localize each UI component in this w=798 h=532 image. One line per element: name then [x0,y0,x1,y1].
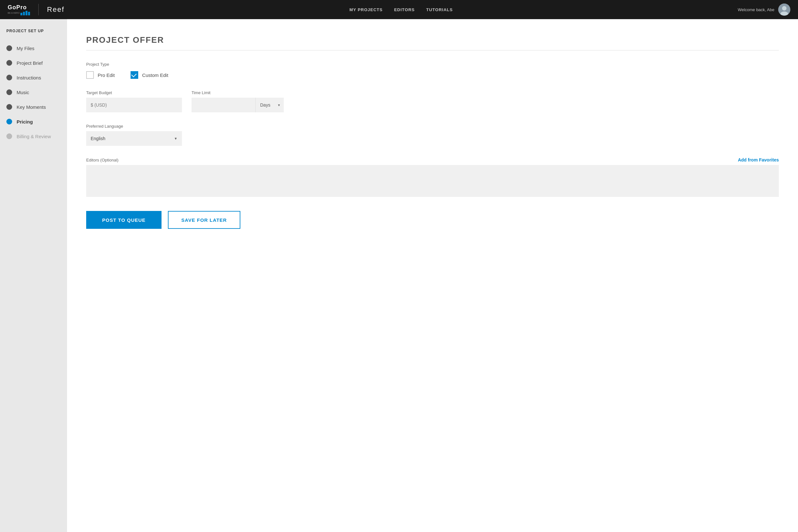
language-select-wrap: English Spanish French German Japanese P… [86,131,182,146]
bar-2 [23,12,25,15]
sidebar: PROJECT SET UP My Files Project Brief In… [0,19,67,532]
bar-1 [20,13,22,15]
sidebar-item-project-brief[interactable]: Project Brief [0,56,67,70]
time-limit-wrap: Days Weeks Months [191,98,284,112]
custom-edit-option[interactable]: Custom Edit [131,71,168,79]
sidebar-items: My Files Project Brief Instructions Musi… [0,41,67,144]
label-instructions: Instructions [17,75,41,80]
dot-key-moments [6,104,12,110]
post-to-queue-button[interactable]: POST TO QUEUE [86,211,162,229]
pro-edit-option[interactable]: Pro Edit [86,71,115,79]
page-title: PROJECT OFFER [86,35,779,45]
language-select[interactable]: English Spanish French German Japanese P… [86,131,182,146]
sidebar-item-pricing[interactable]: Pricing [0,114,67,129]
editors-textarea[interactable] [86,165,779,197]
target-budget-group: Target Budget [86,90,182,112]
dot-my-files [6,45,12,51]
time-limit-group: Time Limit Days Weeks Months [191,90,284,112]
time-limit-label: Time Limit [191,90,284,95]
header: GoPro Be a HERO Reef MY PROJECTS EDITORS… [0,0,798,19]
logo-bars [20,11,30,15]
logo-area: GoPro Be a HERO Reef [8,4,64,15]
dot-instructions [6,75,12,80]
bar-4 [28,12,30,15]
avatar-image [778,3,790,16]
label-pricing: Pricing [17,119,33,125]
main-nav: MY PROJECTS EDITORS TUTORIALS [349,7,453,12]
title-divider [86,50,779,51]
gopro-text: GoPro [8,4,27,11]
main-layout: PROJECT SET UP My Files Project Brief In… [0,19,798,532]
user-greeting: Welcome back, Abe [738,7,774,12]
tagline-text: Be a HERO [8,12,19,14]
time-select[interactable]: Days Weeks Months [255,98,284,112]
nav-tutorials[interactable]: TUTORIALS [426,7,453,12]
sidebar-item-key-moments[interactable]: Key Moments [0,99,67,114]
gopro-logo: GoPro Be a HERO [8,4,30,15]
custom-edit-checkbox[interactable] [131,71,138,79]
button-row: POST TO QUEUE SAVE FOR LATER [86,211,779,229]
dot-project-brief [6,60,12,66]
pro-edit-checkbox[interactable] [86,71,94,79]
custom-edit-label: Custom Edit [142,73,168,78]
budget-input-wrap [86,98,182,112]
avatar[interactable] [778,3,790,16]
editors-group: Editors (Optional) Add from Favorites [86,157,779,198]
user-area: Welcome back, Abe [738,3,790,16]
nav-my-projects[interactable]: MY PROJECTS [349,7,383,12]
budget-input[interactable] [86,98,182,112]
project-type-section: Project Type Pro Edit Custom Edit [86,62,779,79]
sidebar-item-billing-review[interactable]: Billing & Review [0,129,67,144]
editors-label: Editors (Optional) [86,158,118,163]
sidebar-item-instructions[interactable]: Instructions [0,70,67,85]
language-group: Preferred Language English Spanish Frenc… [86,124,779,146]
svg-point-1 [782,6,786,11]
label-music: Music [17,90,29,95]
budget-time-row: Target Budget Time Limit Days Weeks Mont… [86,90,779,112]
save-for-later-button[interactable]: SAVE FOR LATER [168,211,240,229]
logo-divider [38,4,39,15]
content-area: PROJECT OFFER Project Type Pro Edit Cust… [67,19,798,532]
bar-3 [25,11,27,15]
sidebar-item-my-files[interactable]: My Files [0,41,67,56]
project-type-row: Pro Edit Custom Edit [86,71,779,79]
time-select-wrap: Days Weeks Months [255,98,284,112]
pro-edit-label: Pro Edit [98,73,115,78]
sidebar-item-music[interactable]: Music [0,85,67,99]
label-key-moments: Key Moments [17,104,46,110]
dot-pricing [6,119,12,125]
dot-billing-review [6,133,12,139]
target-budget-label: Target Budget [86,90,182,95]
label-project-brief: Project Brief [17,60,43,66]
editors-header: Editors (Optional) Add from Favorites [86,157,779,163]
sidebar-title: PROJECT SET UP [0,29,67,41]
project-type-label: Project Type [86,62,779,67]
label-my-files: My Files [17,46,35,51]
language-label: Preferred Language [86,124,779,129]
gopro-tagline: Be a HERO [8,11,30,15]
add-favorites-link[interactable]: Add from Favorites [738,157,779,163]
dot-music [6,89,12,95]
label-billing-review: Billing & Review [17,134,51,139]
time-input[interactable] [191,98,255,112]
reef-text: Reef [47,5,64,14]
nav-editors[interactable]: EDITORS [394,7,415,12]
